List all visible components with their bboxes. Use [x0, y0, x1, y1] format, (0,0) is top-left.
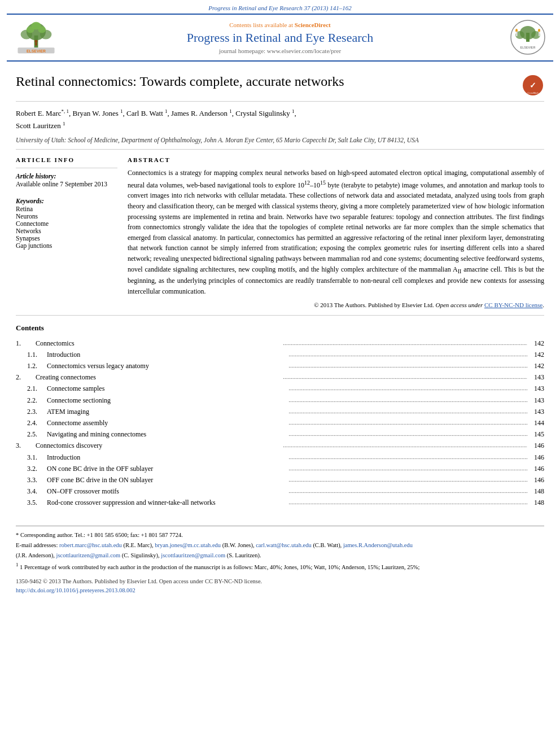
- sciencedirect-line: Contents lists available at ScienceDirec…: [64, 21, 496, 28]
- toc-dots-2-5: ........................................…: [287, 429, 528, 440]
- elsevier-logo-left: ELSEVIER: [14, 21, 64, 55]
- contents-title: Contents: [16, 324, 544, 333]
- email-lauritzen[interactable]: jscottlauritzen@gmail.com: [161, 552, 225, 558]
- toc-item-3-4: 3.4. ON–OFF crossover motifs ...........…: [16, 486, 544, 497]
- doi-line: http://dx.doi.org/10.1016/j.preteyeres.2…: [16, 586, 544, 595]
- toc-dots-2: ........................................…: [282, 372, 528, 383]
- elsevier-logo-svg: ELSEVIER: [14, 21, 59, 55]
- toc-item-1-1: 1.1. Introduction ......................…: [16, 350, 544, 360]
- toc-dots-1-2: ........................................…: [287, 361, 528, 372]
- email-jones[interactable]: bryan.jones@m.cc.utah.edu: [155, 542, 221, 548]
- email-anderson[interactable]: james.R.Anderson@utah.edu: [343, 542, 413, 548]
- email-marc[interactable]: robert.marc@hsc.utah.edu: [59, 542, 122, 548]
- toc-page-3: 146: [527, 440, 544, 451]
- toc-num-2-3: 2.3.: [27, 407, 47, 417]
- toc-num-1-1: 1.1.: [27, 350, 47, 360]
- toc-dots-3-4: ........................................…: [287, 486, 528, 497]
- toc-item-2-2: 2.2. Connectome sectioning .............…: [16, 395, 544, 406]
- toc-label-3-5: Rod-cone crossover suppression and winne…: [47, 497, 287, 508]
- email-sigulinsky[interactable]: jscottlauritzen@gmail.com: [56, 552, 120, 558]
- toc-label-2-2: Connectome sectioning: [47, 395, 287, 406]
- article-info-abstract: ARTICLE INFO Article history: Available …: [16, 149, 544, 314]
- elsevier-emblem-svg: ELSEVIER: [510, 19, 546, 56]
- toc-item-1-2: 1.2. Connectomics versus legacy anatomy …: [16, 361, 544, 372]
- toc-page-1-2: 142: [527, 361, 544, 372]
- anderson-sup: 1: [229, 108, 232, 114]
- lauritzen-sup: 1: [63, 121, 65, 126]
- watt-sup: 1: [165, 108, 168, 114]
- shared-word: shared: [527, 244, 544, 252]
- toc-dots-3-2: ........................................…: [287, 464, 528, 474]
- corresponding-text: * Corresponding author. Tel.: +1 801 585…: [16, 532, 183, 538]
- cc-license-link[interactable]: CC BY-NC-ND license: [484, 302, 542, 308]
- email-watt[interactable]: carl.watt@hsc.utah.edu: [256, 542, 312, 548]
- keyword-retina: Retina: [16, 206, 117, 212]
- toc-dots-1-1: ........................................…: [287, 350, 528, 360]
- toc-item-2-3: 2.3. ATEM imaging ......................…: [16, 407, 544, 417]
- elsevier-logo-right: ELSEVIER: [496, 19, 546, 56]
- article-title-area: Retinal connectomics: Towards complete, …: [16, 62, 544, 102]
- issn-text: 1350-9462 © 2013 The Authors. Published …: [16, 578, 262, 584]
- svg-text:ELSEVIER: ELSEVIER: [27, 49, 46, 53]
- toc-page-3-1: 146: [527, 452, 544, 463]
- toc-page-2-4: 144: [527, 418, 544, 429]
- svg-rect-17: [516, 32, 518, 36]
- contents-section: Contents 1. Connectomics ...............…: [16, 315, 544, 515]
- toc-label-1-2: Connectomics versus legacy anatomy: [47, 361, 287, 372]
- journal-header: ELSEVIER Contents lists available at: [7, 14, 553, 62]
- toc-dots-3: ........................................…: [282, 440, 528, 451]
- footer-bottom: 1350-9462 © 2013 The Authors. Published …: [16, 577, 544, 595]
- article-info-heading: ARTICLE INFO: [16, 156, 117, 163]
- toc-num-2-2: 2.2.: [27, 395, 47, 406]
- svg-point-9: [34, 40, 37, 42]
- toc-dots-2-1: ........................................…: [287, 383, 528, 394]
- doi-link[interactable]: http://dx.doi.org/10.1016/j.preteyeres.2…: [16, 587, 135, 593]
- toc-page-3-5: 148: [527, 497, 544, 508]
- toc-dots-2-4: ........................................…: [287, 418, 528, 429]
- journal-ref-text: Progress in Retinal and Eye Research 37 …: [208, 5, 352, 11]
- toc-num-3-2: 3.2.: [27, 464, 47, 474]
- percentage-text: 1 Percentage of work contributed by each…: [20, 563, 419, 570]
- page-wrapper: Progress in Retinal and Eye Research 37 …: [0, 0, 560, 747]
- toc-page-1-1: 142: [527, 350, 544, 360]
- sciencedirect-link[interactable]: ScienceDirect: [295, 21, 331, 28]
- abstract-heading: ABSTRACT: [128, 156, 544, 163]
- svg-rect-13: [526, 33, 530, 42]
- keyword-connectome: Connectome: [16, 220, 117, 227]
- toc-label-3-3: OFF cone BC drive in the ON sublayer: [47, 475, 287, 486]
- corresponding-author-note: * Corresponding author. Tel.: +1 801 585…: [16, 531, 544, 540]
- toc-item-3-1: 3.1. Introduction ......................…: [16, 452, 544, 463]
- crossmark-badge: ✓ CrossMark: [522, 74, 544, 97]
- toc-item-2-5: 2.5. Navigating and mining connectomes .…: [16, 429, 544, 440]
- email-prefix: E-mail addresses:: [16, 542, 59, 548]
- toc-label-3: Connectomics discovery: [36, 440, 282, 451]
- toc-label-2-4: Connectome assembly: [47, 418, 287, 429]
- jones-sup: 1: [120, 108, 123, 114]
- toc-item-2: 2. Creating connectomes ................…: [16, 372, 544, 383]
- issn-line: 1350-9462 © 2013 The Authors. Published …: [16, 577, 544, 586]
- keywords-label: Keywords:: [16, 198, 117, 204]
- marc-star: *, 1: [62, 108, 69, 114]
- keyword-gap-junctions: Gap junctions: [16, 242, 117, 249]
- toc-label-3-1: Introduction: [47, 452, 287, 463]
- keyword-synapses: Synapses: [16, 235, 117, 242]
- toc-page-3-3: 146: [527, 475, 544, 486]
- svg-rect-10: [35, 42, 37, 45]
- available-online: Available online 7 September 2013: [16, 181, 117, 187]
- footer-area: * Corresponding author. Tel.: +1 801 585…: [16, 526, 544, 571]
- toc-dots-3-5: ........................................…: [287, 497, 528, 508]
- toc-page-2-5: 145: [527, 429, 544, 440]
- toc-dots-2-3: ........................................…: [287, 407, 528, 417]
- toc-page-3-4: 148: [527, 486, 544, 497]
- abstract-col: ABSTRACT Connectomics is a strategy for …: [128, 156, 544, 308]
- sciencedirect-prefix: Contents lists available at: [229, 21, 294, 28]
- toc-item-3-5: 3.5. Rod-cone crossover suppression and …: [16, 497, 544, 508]
- percentage-note: 1 1 Percentage of work contributed by ea…: [16, 561, 544, 571]
- svg-point-8: [31, 21, 41, 29]
- copyright-line: © 2013 The Authors. Published by Elsevie…: [128, 302, 544, 308]
- svg-text:ELSEVIER: ELSEVIER: [520, 46, 536, 49]
- keyword-neurons: Neurons: [16, 213, 117, 220]
- main-content: Retinal connectomics: Towards complete, …: [0, 62, 560, 595]
- toc-num-3-5: 3.5.: [27, 497, 47, 508]
- top-reference: Progress in Retinal and Eye Research 37 …: [0, 0, 560, 14]
